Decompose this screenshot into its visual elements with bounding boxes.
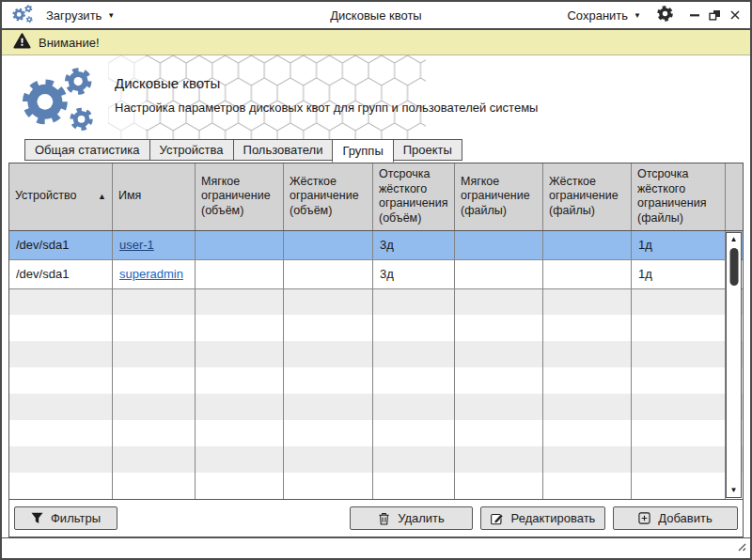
cell-grace-files: 1д (632, 260, 726, 288)
resize-grip-icon[interactable] (735, 538, 746, 555)
column-header-label: Жёсткое ограничение (файлы) (549, 175, 625, 219)
empty-cell (373, 394, 455, 420)
cell-name: superadmin (113, 260, 196, 288)
empty-cell (9, 473, 113, 499)
filters-button[interactable]: Фильтры (14, 506, 118, 530)
empty-cell (373, 446, 455, 473)
empty-cell (455, 315, 543, 341)
add-plus-icon (638, 512, 650, 524)
cell-hard-limit-files (543, 231, 632, 259)
empty-cell (113, 289, 196, 316)
table-row[interactable]: /dev/sda1user-13д1д (9, 231, 743, 260)
column-header-label: Жёсткое ограничение (объём) (290, 175, 367, 219)
empty-cell (455, 446, 543, 473)
empty-cell (543, 473, 632, 499)
empty-cell (455, 367, 543, 394)
edit-button[interactable]: Редактировать (480, 506, 605, 530)
delete-button-label: Удалить (398, 511, 445, 525)
scrollbar-track[interactable] (727, 246, 741, 485)
empty-cell (113, 420, 196, 446)
empty-cell (9, 446, 113, 473)
add-button-label: Добавить (658, 511, 712, 525)
empty-cell (373, 289, 455, 316)
empty-cell (196, 289, 284, 316)
app-gears-icon (11, 4, 35, 27)
tab-projects[interactable]: Проекты (393, 139, 462, 161)
empty-cell (543, 289, 632, 316)
add-button[interactable]: Добавить (613, 506, 738, 530)
empty-cell (284, 289, 373, 316)
column-header-grace-files[interactable]: Отсрочка жёсткого ограничения (файлы) (632, 163, 726, 230)
cell-soft-limit-volume (196, 260, 284, 288)
load-menu-button[interactable]: Загрузить ▼ (46, 8, 115, 23)
cell-soft-limit-files (455, 260, 543, 288)
tab-devices[interactable]: Устройства (149, 139, 234, 161)
group-name-link[interactable]: user-1 (119, 238, 154, 252)
cell-grace-volume: 3д (373, 231, 455, 259)
save-menu-label: Сохранить (567, 8, 628, 23)
chevron-down-icon: ▼ (107, 12, 115, 20)
column-header-name[interactable]: Имя (113, 163, 196, 230)
scroll-up-icon[interactable]: ▲ (730, 233, 738, 246)
trash-icon (378, 512, 390, 525)
load-menu-label: Загрузить (46, 8, 102, 23)
page-title: Дисковые квоты (115, 75, 538, 91)
tab-general-stats[interactable]: Общая статистика (24, 139, 150, 161)
cell-soft-limit-files (455, 231, 543, 259)
empty-cell (284, 473, 373, 499)
titlebar: Загрузить ▼ Дисковые квоты Сохранить ▼ (2, 2, 750, 30)
cell-name: user-1 (113, 231, 196, 259)
empty-cell (632, 394, 726, 420)
empty-cell (9, 367, 113, 394)
empty-cell (632, 446, 726, 473)
column-header-grace-volume[interactable]: Отсрочка жёсткого ограничения (объём) (373, 163, 455, 230)
window-title: Дисковые квоты (330, 8, 421, 23)
vertical-scrollbar[interactable]: ▲ ▼ (726, 232, 742, 499)
column-header-soft-limit-files[interactable]: Мягкое ограничение (файлы) (455, 163, 543, 230)
empty-cell (284, 341, 373, 367)
close-button[interactable] (729, 9, 741, 21)
cell-device: /dev/sda1 (9, 260, 113, 288)
column-header-spacer (726, 163, 743, 230)
column-header-label: Имя (118, 189, 141, 204)
empty-table-row (9, 315, 743, 341)
content-frame: Устройство▲ИмяМягкое ограничение (объём)… (8, 163, 744, 537)
empty-cell (632, 367, 726, 394)
column-header-hard-limit-volume[interactable]: Жёсткое ограничение (объём) (284, 163, 373, 230)
empty-cell (196, 315, 284, 341)
empty-cell (373, 420, 455, 446)
edit-pencil-icon (491, 512, 504, 525)
column-header-soft-limit-volume[interactable]: Мягкое ограничение (объём) (196, 163, 284, 230)
empty-cell (543, 394, 632, 420)
tab-groups[interactable]: Группы (332, 139, 393, 163)
cell-soft-limit-volume (196, 231, 284, 259)
empty-cell (632, 420, 726, 446)
column-header-hard-limit-files[interactable]: Жёсткое ограничение (файлы) (543, 163, 632, 230)
warning-triangle-icon (13, 33, 31, 52)
tab-users[interactable]: Пользователи (233, 139, 334, 161)
empty-cell (455, 420, 543, 446)
column-header-device[interactable]: Устройство▲ (9, 163, 113, 230)
empty-cell (9, 394, 113, 420)
delete-button[interactable]: Удалить (350, 506, 473, 530)
empty-table-row (9, 420, 743, 446)
empty-cell (632, 315, 726, 341)
sort-ascending-icon: ▲ (94, 192, 106, 202)
empty-cell (455, 473, 543, 499)
minimize-button[interactable] (689, 9, 700, 21)
empty-table-row (9, 367, 743, 394)
column-header-label: Отсрочка жёсткого ограничения (файлы) (637, 167, 719, 226)
save-menu-button[interactable]: Сохранить ▼ (567, 8, 641, 23)
settings-gear-icon[interactable] (656, 5, 674, 26)
table-row[interactable]: /dev/sda1superadmin3д1д (9, 260, 743, 289)
column-header-label: Мягкое ограничение (объём) (201, 175, 277, 219)
empty-cell (196, 446, 284, 473)
empty-cell (373, 367, 455, 394)
maximize-button[interactable] (709, 9, 721, 21)
scrollbar-thumb[interactable] (729, 248, 738, 286)
cell-grace-files: 1д (632, 231, 726, 259)
group-name-link[interactable]: superadmin (119, 267, 183, 281)
chevron-down-icon: ▼ (634, 12, 641, 20)
scroll-down-icon[interactable]: ▼ (730, 484, 738, 497)
empty-table-row (9, 394, 743, 420)
